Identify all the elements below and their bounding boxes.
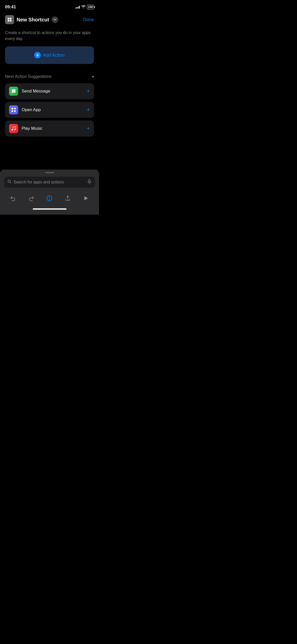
svg-rect-2 [8, 20, 10, 22]
battery-level: 100 [88, 5, 93, 9]
shortcut-app-icon [5, 15, 14, 24]
bottom-toolbar [4, 192, 95, 206]
share-button[interactable] [62, 193, 73, 204]
svg-rect-7 [14, 110, 16, 112]
title-dropdown-button[interactable] [52, 16, 58, 23]
open-app-icon [9, 105, 18, 114]
suggestion-play-music[interactable]: Play Music + [5, 120, 94, 137]
send-message-label: Send Message [22, 89, 50, 94]
suggestions-header: Next Action Suggestions ▾ [5, 74, 94, 79]
main-content: Create a shortcut to actions you do in y… [0, 28, 99, 137]
status-bar: 09:41 100 [0, 0, 99, 13]
play-music-label: Play Music [22, 126, 42, 131]
redo-button[interactable] [26, 193, 37, 204]
wifi-icon [81, 5, 85, 9]
suggestion-left-play-music: Play Music [9, 124, 42, 133]
nav-bar: New Shortcut Done [0, 13, 99, 28]
svg-rect-4 [12, 108, 13, 109]
undo-button[interactable] [8, 193, 19, 204]
search-input[interactable]: Search for apps and actions [14, 180, 85, 184]
search-icon [8, 180, 12, 185]
play-music-add-button[interactable]: + [87, 125, 90, 132]
status-time: 09:41 [5, 5, 16, 10]
svg-rect-0 [8, 18, 10, 20]
suggestion-send-message[interactable]: Send Message + [5, 83, 94, 99]
microphone-icon[interactable] [87, 179, 91, 185]
add-action-circle-icon [34, 52, 41, 58]
suggestions-section: Next Action Suggestions ▾ Send Message + [5, 74, 94, 137]
bottom-sheet: Search for apps and actions [0, 170, 99, 215]
bottom-handle [45, 172, 54, 173]
send-message-add-button[interactable]: + [87, 88, 90, 94]
description-text: Create a shortcut to actions you do in y… [5, 30, 94, 42]
page-title: New Shortcut [17, 17, 49, 23]
messages-app-icon [9, 87, 18, 96]
suggestion-left-open-app: Open App [9, 105, 41, 114]
svg-rect-11 [89, 179, 90, 182]
nav-title-area: New Shortcut [5, 15, 58, 24]
svg-point-9 [14, 129, 16, 130]
open-app-add-button[interactable]: + [87, 107, 90, 113]
open-app-label: Open App [22, 107, 41, 112]
svg-point-8 [12, 129, 13, 131]
suggestion-left-send-message: Send Message [9, 87, 50, 96]
info-button[interactable] [44, 193, 55, 204]
svg-rect-1 [10, 18, 12, 20]
play-button[interactable] [80, 193, 91, 204]
suggestion-open-app[interactable]: Open App + [5, 102, 94, 118]
done-button[interactable]: Done [83, 17, 94, 22]
add-action-button[interactable]: Add Action [5, 46, 94, 64]
home-indicator [33, 208, 67, 210]
signal-icon [75, 6, 80, 9]
svg-rect-5 [14, 108, 16, 109]
suggestions-title: Next Action Suggestions [5, 74, 51, 79]
svg-rect-3 [10, 20, 12, 22]
search-bar[interactable]: Search for apps and actions [4, 177, 95, 188]
music-app-icon [9, 124, 18, 133]
suggestions-collapse-icon[interactable]: ▾ [92, 74, 94, 79]
battery-icon: 100 [87, 5, 94, 9]
add-action-label: Add Action [43, 53, 64, 58]
status-icons: 100 [75, 5, 94, 9]
svg-rect-6 [12, 110, 13, 112]
